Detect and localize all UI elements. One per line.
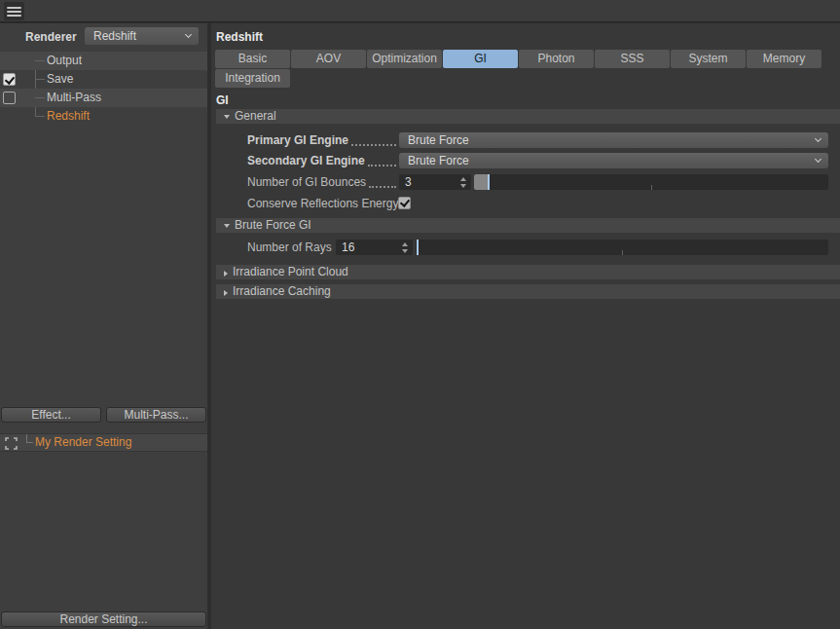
number-of-rays-value: 16 (342, 240, 354, 254)
secondary-gi-engine-label: Secondary GI Engine (247, 154, 365, 167)
settings-tree: Output Save Multi-Pass Redshift (0, 52, 207, 126)
section-header-irradiance-point-cloud[interactable]: Irradiance Point Cloud (216, 265, 840, 279)
renderer-dropdown[interactable]: Redshift (85, 27, 199, 45)
chevron-down-icon (815, 156, 822, 163)
chevron-down-icon (185, 31, 192, 38)
hamburger-menu-icon[interactable] (4, 2, 24, 20)
tab-memory[interactable]: Memory (747, 50, 822, 68)
number-of-rays-input[interactable]: 16 (336, 240, 413, 255)
slider-cursor (488, 174, 490, 190)
section-header-irradiance-caching[interactable]: Irradiance Caching (216, 284, 840, 299)
tree-item-output[interactable]: Output (47, 52, 82, 70)
section-title: Irradiance Caching (233, 284, 331, 298)
tab-integration[interactable]: Integration (215, 69, 290, 88)
primary-gi-engine-dropdown[interactable]: Brute Force (399, 132, 828, 148)
tab-optimization[interactable]: Optimization (367, 50, 442, 68)
slider-knob[interactable] (474, 174, 488, 190)
slider-cursor (417, 240, 419, 255)
gi-bounces-slider[interactable] (474, 174, 828, 190)
tree-item-redshift[interactable]: Redshift (47, 107, 90, 126)
dotted-leader (368, 156, 396, 166)
tab-sss[interactable]: SSS (595, 50, 670, 68)
expand-triangle-icon (224, 290, 228, 296)
panel-title: Redshift (216, 30, 263, 44)
render-settings-sidebar: Renderer Redshift Output Save Multi-Pass… (0, 23, 207, 629)
page-title: GI (216, 93, 229, 107)
primary-gi-engine-label: Primary GI Engine (247, 133, 348, 147)
render-setting-icon (5, 437, 18, 450)
tab-basic[interactable]: Basic (215, 50, 290, 68)
section-title: Irradiance Point Cloud (233, 265, 348, 278)
multipass-checkbox[interactable] (3, 92, 16, 104)
section-header-brute-force-gi[interactable]: Brute Force GI (216, 218, 840, 233)
collapse-triangle-icon (224, 224, 230, 228)
chevron-down-icon (815, 135, 822, 142)
param-row-number-of-rays: Number of Rays 16 (211, 240, 840, 256)
param-row-secondary-gi-engine: Secondary GI Engine Brute Force (211, 153, 840, 169)
render-setting-button[interactable]: Render Setting... (1, 611, 206, 627)
slider-tick (651, 185, 652, 190)
redshift-settings-panel: Redshift Basic AOV Optimization GI Photo… (211, 23, 840, 629)
conserve-energy-label: Conserve Reflections Energy (247, 197, 398, 210)
renderer-dropdown-value: Redshift (93, 29, 136, 43)
top-menu-bar (0, 0, 840, 22)
tab-aov[interactable]: AOV (291, 50, 366, 68)
tab-system[interactable]: System (671, 50, 746, 68)
tree-row-multipass[interactable]: Multi-Pass (0, 89, 207, 107)
tab-gi[interactable]: GI (443, 50, 518, 68)
param-row-conserve-energy: Conserve Reflections Energy (211, 196, 840, 212)
slider-tick (622, 250, 623, 255)
tree-row-redshift[interactable]: Redshift (0, 107, 207, 126)
number-of-rays-label: Number of Rays (247, 240, 332, 254)
renderer-label: Renderer (25, 30, 77, 44)
param-row-gi-bounces: Number of GI Bounces 3 (211, 174, 840, 191)
gi-bounces-label: Number of GI Bounces (247, 175, 366, 189)
save-checkbox[interactable] (3, 73, 16, 86)
expand-triangle-icon (224, 271, 228, 277)
param-row-primary-gi-engine: Primary GI Engine Brute Force (211, 132, 840, 149)
tab-photon[interactable]: Photon (519, 50, 594, 68)
multipass-button[interactable]: Multi-Pass... (106, 407, 206, 423)
conserve-energy-checkbox[interactable] (398, 197, 411, 209)
render-setting-list-item[interactable]: My Render Setting (0, 433, 207, 452)
collapse-triangle-icon (224, 115, 230, 119)
tree-item-save[interactable]: Save (47, 70, 73, 89)
section-header-general[interactable]: General (216, 109, 840, 124)
tree-row-save[interactable]: Save (0, 70, 207, 89)
spinner-arrows-icon[interactable] (402, 242, 409, 253)
secondary-gi-engine-dropdown[interactable]: Brute Force (399, 153, 828, 168)
tab-bar-row2: Integration (215, 69, 290, 88)
tree-corner-line (26, 434, 33, 443)
number-of-rays-slider[interactable] (416, 240, 828, 255)
spinner-arrows-icon[interactable] (460, 177, 467, 188)
my-render-setting-label[interactable]: My Render Setting (35, 434, 131, 451)
gi-bounces-input[interactable]: 3 (399, 174, 471, 190)
tab-bar: Basic AOV Optimization GI Photon SSS Sys… (215, 50, 822, 68)
secondary-gi-engine-value: Brute Force (408, 154, 469, 167)
section-title: General (235, 109, 276, 123)
gi-bounces-value: 3 (405, 175, 412, 189)
effect-button[interactable]: Effect... (1, 407, 101, 423)
tree-item-multipass[interactable]: Multi-Pass (47, 89, 101, 107)
primary-gi-engine-value: Brute Force (408, 133, 469, 147)
section-title: Brute Force GI (235, 218, 311, 232)
tree-row-output[interactable]: Output (0, 52, 207, 70)
dotted-leader (369, 177, 396, 188)
dotted-leader (351, 135, 396, 146)
